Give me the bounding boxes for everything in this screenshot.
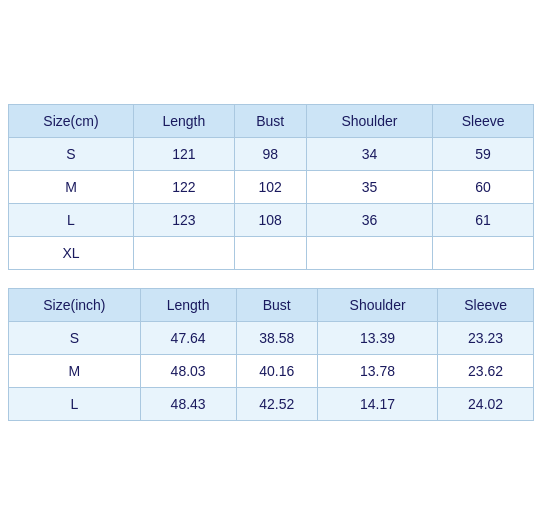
table1-header-2: Bust: [234, 105, 306, 138]
table1-row-2: L1231083661: [9, 204, 534, 237]
table1-cell-3-1: [133, 237, 234, 270]
table2-cell-1-2: 40.16: [236, 355, 317, 388]
table1-row-1: M1221023560: [9, 171, 534, 204]
table1-cell-0-0: S: [9, 138, 134, 171]
table2-header-0: Size(inch): [9, 289, 141, 322]
table1-cell-1-2: 102: [234, 171, 306, 204]
table1-cell-2-1: 123: [133, 204, 234, 237]
table1-cell-2-2: 108: [234, 204, 306, 237]
table2-cell-1-3: 13.78: [317, 355, 437, 388]
table2-row-0: S47.6438.5813.3923.23: [9, 322, 534, 355]
table1-cell-3-2: [234, 237, 306, 270]
table1-cell-0-4: 59: [433, 138, 534, 171]
table1-cell-3-0: XL: [9, 237, 134, 270]
tables-wrapper: Size(cm)LengthBustShoulderSleeveS1219834…: [8, 104, 534, 421]
table1-cell-0-2: 98: [234, 138, 306, 171]
table1-cell-0-3: 34: [306, 138, 433, 171]
table1-cell-1-0: M: [9, 171, 134, 204]
table1-header-4: Sleeve: [433, 105, 534, 138]
table2-cell-0-4: 23.23: [438, 322, 534, 355]
size-inch-table: Size(inch)LengthBustShoulderSleeveS47.64…: [8, 288, 534, 421]
table2-row-1: M48.0340.1613.7823.62: [9, 355, 534, 388]
table2-cell-1-4: 23.62: [438, 355, 534, 388]
table2-row-2: L48.4342.5214.1724.02: [9, 388, 534, 421]
table1-header-3: Shoulder: [306, 105, 433, 138]
table1-row-3: XL: [9, 237, 534, 270]
table2-header-4: Sleeve: [438, 289, 534, 322]
table1-cell-2-4: 61: [433, 204, 534, 237]
table2-cell-2-0: L: [9, 388, 141, 421]
table1-header-1: Length: [133, 105, 234, 138]
table1-header-0: Size(cm): [9, 105, 134, 138]
table1-cell-3-4: [433, 237, 534, 270]
table2-header-1: Length: [140, 289, 236, 322]
table1-cell-1-3: 35: [306, 171, 433, 204]
table2-cell-0-3: 13.39: [317, 322, 437, 355]
table2-cell-0-2: 38.58: [236, 322, 317, 355]
table1-cell-2-0: L: [9, 204, 134, 237]
table2-cell-0-0: S: [9, 322, 141, 355]
table2-header-2: Bust: [236, 289, 317, 322]
table2-header-3: Shoulder: [317, 289, 437, 322]
table1-cell-3-3: [306, 237, 433, 270]
table1-cell-0-1: 121: [133, 138, 234, 171]
table2-cell-2-3: 14.17: [317, 388, 437, 421]
table2-cell-1-1: 48.03: [140, 355, 236, 388]
table1-cell-2-3: 36: [306, 204, 433, 237]
table1-cell-1-4: 60: [433, 171, 534, 204]
table2-cell-0-1: 47.64: [140, 322, 236, 355]
table2-cell-2-1: 48.43: [140, 388, 236, 421]
table2-cell-2-2: 42.52: [236, 388, 317, 421]
table1-cell-1-1: 122: [133, 171, 234, 204]
size-cm-table: Size(cm)LengthBustShoulderSleeveS1219834…: [8, 104, 534, 270]
table2-cell-2-4: 24.02: [438, 388, 534, 421]
table1-row-0: S121983459: [9, 138, 534, 171]
table2-cell-1-0: M: [9, 355, 141, 388]
